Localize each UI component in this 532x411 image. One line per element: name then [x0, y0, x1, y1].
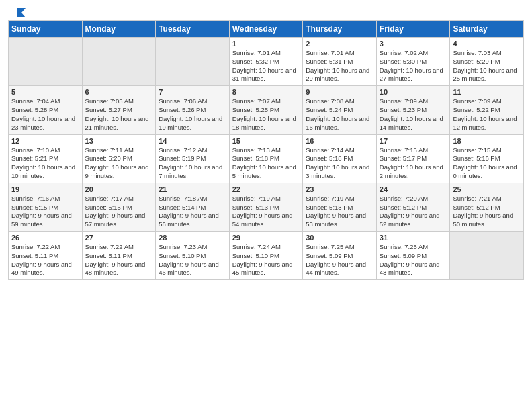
day-number: 28 [159, 234, 226, 242]
day-cell [156, 38, 230, 86]
day-number: 14 [159, 137, 226, 145]
day-cell: 2Sunrise: 7:01 AMSunset: 5:31 PMDaylight… [303, 38, 377, 86]
day-number: 2 [306, 40, 373, 48]
weekday-header-friday: Friday [376, 21, 450, 38]
day-cell [82, 38, 156, 86]
day-info: Sunrise: 7:13 AMSunset: 5:18 PMDaylight:… [232, 146, 300, 181]
day-info: Sunrise: 7:03 AMSunset: 5:29 PMDaylight:… [453, 49, 521, 83]
day-info: Sunrise: 7:17 AMSunset: 5:15 PMDaylight:… [85, 195, 153, 229]
day-number: 16 [306, 137, 373, 145]
logo-flag-icon [9, 7, 26, 19]
day-info: Sunrise: 7:20 AMSunset: 5:12 PMDaylight:… [380, 195, 447, 229]
day-number: 30 [306, 234, 373, 242]
day-info: Sunrise: 7:09 AMSunset: 5:22 PMDaylight:… [453, 97, 521, 132]
day-cell: 21Sunrise: 7:18 AMSunset: 5:14 PMDayligh… [156, 183, 230, 231]
day-cell: 9Sunrise: 7:08 AMSunset: 5:24 PMDaylight… [303, 86, 377, 134]
day-cell: 22Sunrise: 7:19 AMSunset: 5:13 PMDayligh… [229, 183, 303, 231]
day-number: 6 [85, 88, 153, 96]
weekday-header-monday: Monday [82, 21, 156, 38]
day-number: 12 [11, 137, 79, 145]
day-number: 4 [453, 40, 521, 48]
day-number: 8 [232, 88, 300, 96]
page: SundayMondayTuesdayWednesdayThursdayFrid… [0, 0, 532, 411]
day-cell: 23Sunrise: 7:19 AMSunset: 5:13 PMDayligh… [303, 183, 377, 231]
day-cell: 26Sunrise: 7:22 AMSunset: 5:11 PMDayligh… [9, 232, 83, 280]
day-info: Sunrise: 7:25 AMSunset: 5:09 PMDaylight:… [380, 243, 447, 277]
day-number: 11 [453, 88, 521, 96]
day-info: Sunrise: 7:11 AMSunset: 5:20 PMDaylight:… [85, 146, 153, 181]
day-number: 9 [306, 88, 373, 96]
day-cell [9, 38, 83, 86]
day-cell: 27Sunrise: 7:22 AMSunset: 5:11 PMDayligh… [82, 232, 156, 280]
day-number: 21 [159, 185, 226, 193]
day-info: Sunrise: 7:19 AMSunset: 5:13 PMDaylight:… [306, 195, 373, 229]
day-number: 18 [453, 137, 521, 145]
day-cell: 30Sunrise: 7:25 AMSunset: 5:09 PMDayligh… [303, 232, 377, 280]
day-cell: 4Sunrise: 7:03 AMSunset: 5:29 PMDaylight… [450, 38, 524, 86]
day-cell: 5Sunrise: 7:04 AMSunset: 5:28 PMDaylight… [9, 86, 83, 134]
day-cell: 25Sunrise: 7:21 AMSunset: 5:12 PMDayligh… [450, 183, 524, 231]
day-info: Sunrise: 7:22 AMSunset: 5:11 PMDaylight:… [11, 243, 79, 277]
day-number: 1 [232, 40, 300, 48]
day-cell: 12Sunrise: 7:10 AMSunset: 5:21 PMDayligh… [9, 134, 83, 183]
weekday-header-thursday: Thursday [303, 21, 377, 38]
weekday-header-wednesday: Wednesday [229, 21, 303, 38]
day-info: Sunrise: 7:21 AMSunset: 5:12 PMDaylight:… [453, 195, 521, 229]
day-number: 3 [380, 40, 447, 48]
day-info: Sunrise: 7:18 AMSunset: 5:14 PMDaylight:… [159, 195, 226, 229]
week-row-2: 5Sunrise: 7:04 AMSunset: 5:28 PMDaylight… [9, 86, 524, 134]
day-cell: 1Sunrise: 7:01 AMSunset: 5:32 PMDaylight… [229, 38, 303, 86]
day-info: Sunrise: 7:23 AMSunset: 5:10 PMDaylight:… [159, 243, 226, 277]
day-number: 13 [85, 137, 153, 145]
day-number: 19 [11, 185, 79, 193]
day-info: Sunrise: 7:04 AMSunset: 5:28 PMDaylight:… [11, 97, 79, 132]
day-info: Sunrise: 7:22 AMSunset: 5:11 PMDaylight:… [85, 243, 153, 277]
day-cell: 10Sunrise: 7:09 AMSunset: 5:23 PMDayligh… [376, 86, 450, 134]
day-cell: 6Sunrise: 7:05 AMSunset: 5:27 PMDaylight… [82, 86, 156, 134]
day-cell: 17Sunrise: 7:15 AMSunset: 5:17 PMDayligh… [376, 134, 450, 183]
day-info: Sunrise: 7:07 AMSunset: 5:25 PMDaylight:… [232, 97, 300, 132]
day-number: 15 [232, 137, 300, 145]
week-row-1: 1Sunrise: 7:01 AMSunset: 5:32 PMDaylight… [9, 38, 524, 86]
day-cell: 31Sunrise: 7:25 AMSunset: 5:09 PMDayligh… [376, 232, 450, 280]
week-row-5: 26Sunrise: 7:22 AMSunset: 5:11 PMDayligh… [9, 232, 524, 280]
day-cell: 7Sunrise: 7:06 AMSunset: 5:26 PMDaylight… [156, 86, 230, 134]
day-info: Sunrise: 7:14 AMSunset: 5:18 PMDaylight:… [306, 146, 373, 181]
day-info: Sunrise: 7:10 AMSunset: 5:21 PMDaylight:… [11, 146, 79, 181]
day-cell: 24Sunrise: 7:20 AMSunset: 5:12 PMDayligh… [376, 183, 450, 231]
week-row-3: 12Sunrise: 7:10 AMSunset: 5:21 PMDayligh… [9, 134, 524, 183]
day-cell: 15Sunrise: 7:13 AMSunset: 5:18 PMDayligh… [229, 134, 303, 183]
day-number: 5 [11, 88, 79, 96]
weekday-header-saturday: Saturday [450, 21, 524, 38]
week-row-4: 19Sunrise: 7:16 AMSunset: 5:15 PMDayligh… [9, 183, 524, 231]
day-cell: 11Sunrise: 7:09 AMSunset: 5:22 PMDayligh… [450, 86, 524, 134]
day-cell: 16Sunrise: 7:14 AMSunset: 5:18 PMDayligh… [303, 134, 377, 183]
day-cell: 14Sunrise: 7:12 AMSunset: 5:19 PMDayligh… [156, 134, 230, 183]
day-number: 20 [85, 185, 153, 193]
day-info: Sunrise: 7:08 AMSunset: 5:24 PMDaylight:… [306, 97, 373, 132]
day-number: 7 [159, 88, 226, 96]
day-info: Sunrise: 7:24 AMSunset: 5:10 PMDaylight:… [232, 243, 300, 277]
day-info: Sunrise: 7:16 AMSunset: 5:15 PMDaylight:… [11, 195, 79, 229]
day-number: 25 [453, 185, 521, 193]
day-info: Sunrise: 7:09 AMSunset: 5:23 PMDaylight:… [380, 97, 447, 132]
day-info: Sunrise: 7:19 AMSunset: 5:13 PMDaylight:… [232, 195, 300, 229]
day-number: 26 [11, 234, 79, 242]
day-cell: 13Sunrise: 7:11 AMSunset: 5:20 PMDayligh… [82, 134, 156, 183]
day-cell: 28Sunrise: 7:23 AMSunset: 5:10 PMDayligh… [156, 232, 230, 280]
day-cell: 18Sunrise: 7:15 AMSunset: 5:16 PMDayligh… [450, 134, 524, 183]
day-cell: 29Sunrise: 7:24 AMSunset: 5:10 PMDayligh… [229, 232, 303, 280]
day-number: 17 [380, 137, 447, 145]
day-number: 29 [232, 234, 300, 242]
day-cell [450, 232, 524, 280]
day-number: 31 [380, 234, 447, 242]
day-info: Sunrise: 7:01 AMSunset: 5:31 PMDaylight:… [306, 49, 373, 83]
day-number: 22 [232, 185, 300, 193]
header [8, 7, 524, 16]
day-cell: 20Sunrise: 7:17 AMSunset: 5:15 PMDayligh… [82, 183, 156, 231]
day-number: 23 [306, 185, 373, 193]
weekday-header-tuesday: Tuesday [156, 21, 230, 38]
weekday-header-sunday: Sunday [9, 21, 83, 38]
day-info: Sunrise: 7:15 AMSunset: 5:16 PMDaylight:… [453, 146, 521, 181]
day-number: 27 [85, 234, 153, 242]
